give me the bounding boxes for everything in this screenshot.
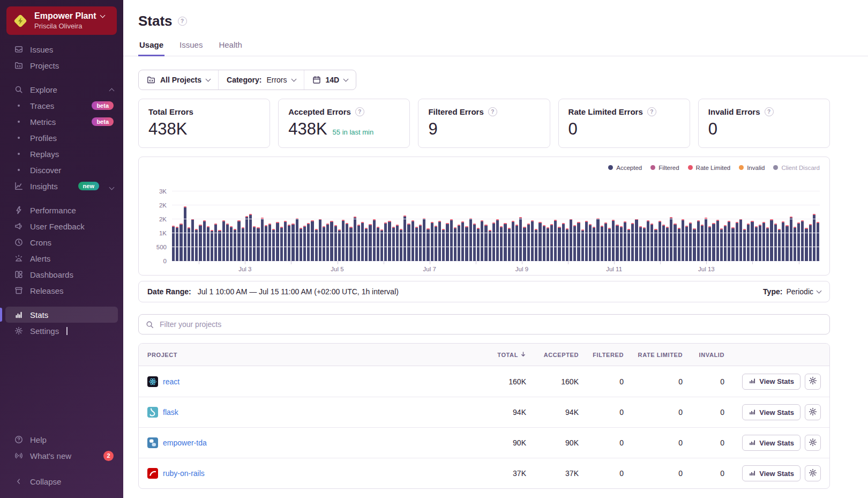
sidebar-item-help[interactable]: Help xyxy=(5,432,118,448)
table-row-empower-tda: empower-tda90K90K000View Stats xyxy=(139,427,829,458)
sidebar-item-traces[interactable]: Tracesbeta xyxy=(5,98,118,114)
new-badge: new xyxy=(78,182,99,190)
sidebar-item-label: Metrics xyxy=(30,117,56,127)
chart-bar xyxy=(377,227,379,261)
column-header-total[interactable]: TOTAL xyxy=(463,351,526,358)
releases-icon xyxy=(14,286,24,295)
sidebar-item-metrics[interactable]: Metricsbeta xyxy=(5,114,118,130)
chart-bar xyxy=(689,222,692,261)
cell-accepted: 94K xyxy=(526,408,579,417)
legend-item-client-discard[interactable]: Client Discard xyxy=(773,165,820,171)
chart-bar xyxy=(357,225,360,261)
page-help-icon[interactable] xyxy=(178,17,187,26)
project-settings-button[interactable] xyxy=(805,374,821,390)
text-cursor xyxy=(66,327,68,335)
chart-x-axis: Jul 3Jul 5Jul 7Jul 9Jul 11Jul 13 xyxy=(172,261,820,273)
sidebar-item-alerts[interactable]: Alerts xyxy=(5,250,118,266)
column-header-rate-limited[interactable]: RATE LIMITED xyxy=(624,352,683,358)
legend-item-invalid[interactable]: Invalid xyxy=(739,165,765,171)
sidebar-item-performance[interactable]: Performance xyxy=(5,202,118,218)
sidebar-item-explore[interactable]: Explore xyxy=(5,81,118,98)
sidebar-item-dashboards[interactable]: Dashboards xyxy=(5,266,118,283)
x-minor-tick xyxy=(384,261,384,264)
sidebar-item-label: Settings xyxy=(30,326,59,336)
project-link[interactable]: ruby-on-rails xyxy=(163,469,205,478)
project-settings-button[interactable] xyxy=(805,404,821,420)
date-range-row: Date Range: Jul 1 10:00 AM — Jul 15 11:0… xyxy=(138,281,830,302)
legend-dot-icon xyxy=(608,165,613,170)
sidebar-item-issues[interactable]: Issues xyxy=(5,41,118,57)
chart-y-axis: 05001K2K2K3K xyxy=(148,177,172,261)
sidebar-item-crons[interactable]: Crons xyxy=(5,234,118,250)
chevron-down-icon xyxy=(817,288,822,293)
sidebar-collapse-button[interactable]: Collapse xyxy=(5,473,118,489)
legend-item-filtered[interactable]: Filtered xyxy=(650,165,679,171)
project-link[interactable]: empower-tda xyxy=(163,438,207,447)
chart-bar xyxy=(685,226,688,261)
sidebar-item-releases[interactable]: Releases xyxy=(5,283,118,299)
column-header-invalid[interactable]: INVALID xyxy=(683,352,724,358)
view-stats-button[interactable]: View Stats xyxy=(742,374,800,390)
project-settings-button[interactable] xyxy=(805,435,821,451)
chart-bar xyxy=(176,227,178,261)
chart-bar xyxy=(172,226,175,261)
chart-bar xyxy=(743,229,746,261)
chart-bar xyxy=(515,225,518,261)
usage-chart-card: AcceptedFilteredRate LimitedInvalidClien… xyxy=(138,157,830,276)
sidebar-item-user-feedback[interactable]: User Feedback xyxy=(5,218,118,234)
legend-item-rate-limited[interactable]: Rate Limited xyxy=(688,165,731,171)
category-filter-button[interactable]: Category: Errors xyxy=(218,70,303,90)
cell-invalid: 0 xyxy=(683,438,724,447)
sidebar-item-discover[interactable]: Discover xyxy=(5,162,118,178)
type-dropdown[interactable]: Type: Periodic xyxy=(763,287,821,296)
sidebar-item-insights[interactable]: Insightsnew xyxy=(5,178,118,194)
help-icon[interactable] xyxy=(765,107,774,116)
project-settings-button[interactable] xyxy=(805,465,821,481)
tab-usage[interactable]: Usage xyxy=(138,40,164,56)
x-axis-label: Jul 5 xyxy=(331,266,343,272)
y-axis-label: 3K xyxy=(159,188,167,195)
chart-bar xyxy=(407,224,410,261)
org-switcher[interactable]: Empower Plant Priscila Oliveira xyxy=(6,6,117,35)
calendar-icon xyxy=(312,76,321,84)
legend-item-accepted[interactable]: Accepted xyxy=(608,165,642,171)
sidebar-item-projects[interactable]: Projects xyxy=(5,57,118,73)
project-filter-button[interactable]: All Projects xyxy=(139,70,218,90)
sidebar-item-settings[interactable]: Settings xyxy=(5,323,118,339)
filter-bar: All Projects Category: Errors 14D xyxy=(138,70,356,90)
help-icon[interactable] xyxy=(355,107,364,116)
chart-bar xyxy=(813,214,815,261)
gear-icon xyxy=(809,469,817,479)
sidebar-item-replays[interactable]: Replays xyxy=(5,146,118,162)
gear-icon xyxy=(809,376,817,386)
view-stats-button[interactable]: View Stats xyxy=(742,435,800,451)
chart-bar xyxy=(654,229,657,261)
siren-icon xyxy=(14,254,24,263)
chart-bar xyxy=(303,226,306,261)
project-link[interactable]: react xyxy=(163,377,179,386)
cell-total: 160K xyxy=(463,377,526,386)
search-input[interactable] xyxy=(159,319,822,329)
x-minor-tick xyxy=(660,261,661,264)
project-link[interactable]: flask xyxy=(163,408,178,417)
date-range-filter-button[interactable]: 14D xyxy=(304,70,356,90)
chevron-down-icon xyxy=(100,12,105,18)
sidebar-item-whats-new[interactable]: What's new2 xyxy=(5,448,118,464)
view-stats-label: View Stats xyxy=(759,470,794,478)
tab-issues[interactable]: Issues xyxy=(178,40,204,56)
chart-plot[interactable] xyxy=(172,177,820,261)
help-icon[interactable] xyxy=(488,107,497,116)
sidebar-item-stats[interactable]: Stats xyxy=(5,307,118,323)
help-icon[interactable] xyxy=(647,107,656,116)
view-stats-button[interactable]: View Stats xyxy=(742,465,800,481)
view-stats-button[interactable]: View Stats xyxy=(742,404,800,420)
sidebar-item-profiles[interactable]: Profiles xyxy=(5,130,118,146)
column-header-filtered[interactable]: FILTERED xyxy=(579,352,624,358)
chart-bar xyxy=(396,225,399,261)
stat-card-invalid-errors: Invalid Errors0 xyxy=(698,99,830,148)
tab-health[interactable]: Health xyxy=(218,40,243,56)
chart-bar xyxy=(423,218,425,261)
column-header-accepted[interactable]: ACCEPTED xyxy=(526,352,579,358)
bullet-dot-icon xyxy=(14,133,24,143)
collapse-label: Collapse xyxy=(30,477,61,486)
